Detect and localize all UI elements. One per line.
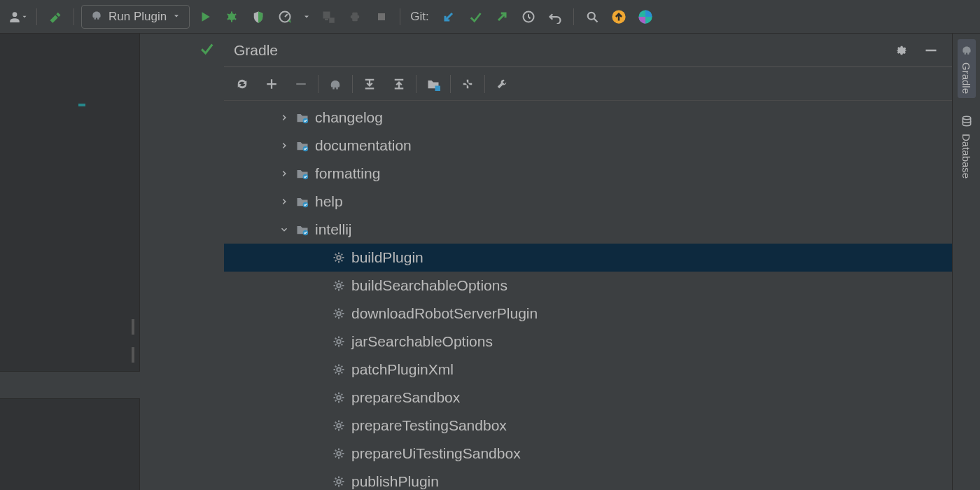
tree-folder-formatting[interactable]: formatting	[224, 160, 952, 188]
debug-button[interactable]	[220, 6, 243, 28]
gutter-mark	[132, 347, 134, 363]
separator	[484, 75, 485, 93]
task-folder-icon	[293, 139, 312, 153]
tree-task-downloadRobotServerPlugin[interactable]: downloadRobotServerPlugin	[224, 300, 952, 328]
space-button[interactable]	[634, 6, 657, 28]
gutter-mark	[132, 319, 134, 335]
gear-icon	[329, 363, 349, 377]
offline-mode-button[interactable]	[454, 70, 482, 98]
search-everywhere-button[interactable]	[581, 6, 603, 28]
task-folder-icon	[293, 223, 312, 237]
gutter-mark	[78, 104, 85, 106]
tree-task-prepareSandbox[interactable]: prepareSandbox	[224, 384, 952, 412]
ide-update-button[interactable]	[608, 6, 630, 28]
vcs-push-button[interactable]	[491, 6, 513, 28]
link-gradle-button[interactable]	[321, 70, 349, 98]
task-folder-icon	[293, 195, 312, 209]
stop-button[interactable]	[370, 6, 393, 28]
vcs-history-button[interactable]	[517, 6, 540, 28]
gradle-toolbar	[224, 67, 952, 101]
panel-title: Gradle	[234, 42, 278, 59]
elephant-icon	[90, 8, 103, 24]
tree-node-label: downloadRobotServerPlugin	[349, 305, 538, 322]
plugin-button[interactable]	[344, 6, 366, 28]
run-config-selector[interactable]: Run Plugin	[81, 5, 190, 29]
tool-tab-label: Database	[960, 134, 972, 178]
gradle-tool-window: Gradle changelogdocumentationformattingh…	[224, 34, 952, 490]
coverage-button[interactable]	[247, 6, 270, 28]
tree-node-label: buildPlugin	[349, 249, 424, 266]
separator	[450, 75, 451, 93]
tree-task-prepareUiTestingSandbox[interactable]: prepareUiTestingSandbox	[224, 440, 952, 468]
vcs-rollback-button[interactable]	[544, 6, 566, 28]
editor-gutter	[0, 34, 140, 490]
tree-node-label: prepareUiTestingSandbox	[349, 445, 521, 462]
tree-task-publishPlugin[interactable]: publishPlugin	[224, 468, 952, 490]
task-folder-icon	[293, 111, 312, 125]
tree-node-label: publishPlugin	[349, 473, 439, 490]
separator	[400, 8, 400, 25]
refresh-button[interactable]	[228, 70, 256, 98]
gear-icon	[329, 447, 349, 461]
separator	[416, 75, 416, 93]
tree-node-label: prepareSandbox	[349, 389, 460, 406]
build-button[interactable]	[44, 6, 66, 28]
gear-icon	[329, 419, 349, 433]
tool-tab-label: Gradle	[960, 62, 972, 94]
separator	[573, 8, 574, 25]
gear-icon	[329, 279, 349, 293]
tree-folder-changelog[interactable]: changelog	[224, 104, 952, 132]
tree-node-label: jarSearchableOptions	[349, 333, 493, 350]
vcs-commit-button[interactable]	[464, 6, 486, 28]
tree-task-jarSearchableOptions[interactable]: jarSearchableOptions	[224, 328, 952, 356]
panel-hide-button[interactable]	[920, 39, 942, 62]
more-run-button[interactable]	[300, 6, 313, 28]
tree-node-label: changelog	[312, 109, 383, 126]
tree-node-label: help	[312, 193, 343, 210]
tree-node-label: patchPluginXml	[349, 361, 454, 378]
tool-tab-database[interactable]: Database	[960, 115, 973, 178]
tree-folder-documentation[interactable]: documentation	[224, 132, 952, 160]
inspection-ok-icon[interactable]	[199, 41, 214, 490]
tree-task-prepareTestingSandbox[interactable]: prepareTestingSandbox	[224, 412, 952, 440]
gear-icon	[329, 307, 349, 321]
chevron-right-icon	[276, 113, 293, 122]
chevron-down-icon	[172, 10, 181, 24]
separator	[352, 75, 353, 93]
profile-button[interactable]	[274, 6, 296, 28]
expand-all-button[interactable]	[356, 70, 384, 98]
panel-settings-button[interactable]	[890, 39, 913, 62]
gradle-task-tree[interactable]: changelogdocumentationformattinghelpinte…	[224, 101, 952, 490]
tree-folder-intellij[interactable]: intellij	[224, 216, 952, 244]
tree-node-label: prepareTestingSandbox	[349, 417, 507, 434]
gear-icon	[329, 335, 349, 349]
run-button[interactable]	[194, 6, 216, 28]
elephant-icon	[960, 43, 973, 58]
right-tool-strip: Gradle Database	[952, 34, 980, 490]
chevron-right-icon	[276, 169, 293, 178]
attach-debugger-button[interactable]	[317, 6, 340, 28]
separator	[318, 75, 318, 93]
main-toolbar: Run Plugin Git:	[0, 0, 980, 34]
git-label: Git:	[410, 10, 428, 24]
remove-button[interactable]	[287, 70, 315, 98]
chevron-down-icon	[276, 225, 293, 234]
user-menu-button[interactable]	[7, 6, 29, 28]
tree-task-buildSearchableOptions[interactable]: buildSearchableOptions	[224, 272, 952, 300]
task-folder-icon	[293, 167, 312, 181]
inspection-column	[140, 34, 224, 490]
tool-tab-gradle[interactable]: Gradle	[958, 39, 976, 98]
tree-task-patchPluginXml[interactable]: patchPluginXml	[224, 356, 952, 384]
main-area: Gradle changelogdocumentationformattingh…	[0, 34, 980, 490]
gear-icon	[329, 391, 349, 405]
gear-icon	[329, 251, 349, 265]
project-structure-button[interactable]	[419, 70, 447, 98]
tree-task-buildPlugin[interactable]: buildPlugin	[224, 244, 952, 272]
add-button[interactable]	[258, 70, 286, 98]
tree-folder-help[interactable]: help	[224, 188, 952, 216]
collapse-all-button[interactable]	[385, 70, 413, 98]
build-settings-button[interactable]	[488, 70, 516, 98]
separator	[36, 8, 37, 25]
vcs-update-button[interactable]	[438, 6, 460, 28]
collapsed-panel[interactable]	[0, 371, 140, 399]
